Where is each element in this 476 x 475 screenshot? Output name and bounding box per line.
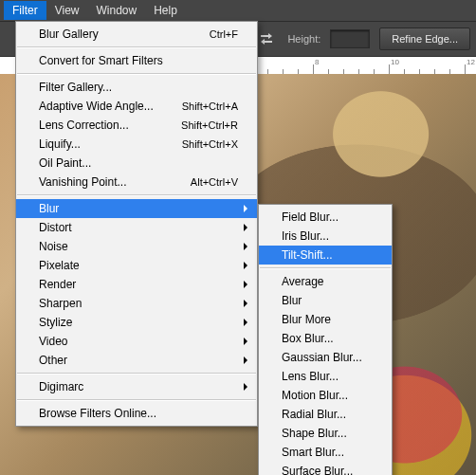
menu-item-label: Noise <box>39 240 68 253</box>
menu-item-shortcut: Shift+Ctrl+R <box>181 119 238 131</box>
menu-item-label: Smart Blur... <box>282 446 344 459</box>
menu-item-label: Adaptive Wide Angle... <box>39 100 154 113</box>
menu-item-label: Distort <box>39 221 72 234</box>
filter-menu-item[interactable]: Convert for Smart Filters <box>16 51 257 70</box>
menu-item-label: Stylize <box>39 316 72 329</box>
menu-item-label: Blur <box>39 202 59 215</box>
filter-menu: Blur GalleryCtrl+FConvert for Smart Filt… <box>15 21 258 427</box>
filter-menu-item[interactable]: Other <box>16 351 257 370</box>
blur-submenu-item[interactable]: Motion Blur... <box>259 386 392 405</box>
menu-item-label: Tilt-Shift... <box>282 248 333 262</box>
menu-item-label: Filter Gallery... <box>39 81 112 94</box>
menu-item-label: Blur <box>282 294 302 307</box>
menu-item-label: Iris Blur... <box>282 229 329 243</box>
blur-submenu-item[interactable]: Average <box>259 272 392 291</box>
filter-menu-item[interactable]: Video <box>16 332 257 351</box>
menu-item-label: Digimarc <box>39 380 83 393</box>
blur-submenu-item[interactable]: Lens Blur... <box>259 367 392 386</box>
menu-item-label: Average <box>282 275 323 288</box>
filter-menu-item[interactable]: Render <box>16 275 257 294</box>
menu-item-label: Motion Blur... <box>282 389 348 402</box>
menu-item-label: Shape Blur... <box>282 427 347 440</box>
filter-menu-item[interactable]: Blur <box>16 199 257 218</box>
menu-item-label: Lens Blur... <box>282 370 339 383</box>
filter-menu-item[interactable]: Sharpen <box>16 294 257 313</box>
menu-item-label: Lens Correction... <box>39 119 129 132</box>
filter-menu-item[interactable]: Liquify...Shift+Ctrl+X <box>16 135 257 154</box>
blur-submenu-item[interactable]: Iris Blur... <box>259 227 392 246</box>
menu-separator <box>17 73 256 75</box>
blur-submenu-item[interactable]: Blur <box>259 291 392 310</box>
menu-item-label: Surface Blur... <box>282 465 353 475</box>
menu-item-shortcut: Shift+Ctrl+X <box>182 138 238 150</box>
filter-menu-item[interactable]: Noise <box>16 237 257 256</box>
blur-submenu-item[interactable]: Box Blur... <box>259 329 392 348</box>
menu-item-label: Video <box>39 335 67 348</box>
menu-item-label: Oil Paint... <box>39 156 91 170</box>
filter-menu-item[interactable]: Browse Filters Online... <box>16 404 257 423</box>
menu-separator <box>17 46 256 48</box>
filter-menu-item[interactable]: Pixelate <box>16 256 257 275</box>
blur-submenu-item[interactable]: Field Blur... <box>259 208 392 227</box>
menu-item-label: Blur Gallery <box>39 27 99 41</box>
menu-item-label: Box Blur... <box>282 332 334 345</box>
menu-item-label: Sharpen <box>39 297 82 310</box>
menu-separator <box>260 267 391 269</box>
blur-submenu-item[interactable]: Smart Blur... <box>259 443 392 462</box>
menu-item-label: Vanishing Point... <box>39 175 127 189</box>
menu-item-label: Gaussian Blur... <box>282 351 362 364</box>
blur-submenu: Field Blur...Iris Blur...Tilt-Shift...Av… <box>258 204 393 475</box>
menu-filter[interactable]: Filter <box>4 1 46 20</box>
refine-edge-button[interactable]: Refine Edge... <box>379 27 470 50</box>
filter-menu-item[interactable]: Adaptive Wide Angle...Shift+Ctrl+A <box>16 97 257 116</box>
filter-menu-item[interactable]: Digimarc <box>16 377 257 396</box>
menu-separator <box>17 399 256 401</box>
filter-menu-item[interactable]: Vanishing Point...Alt+Ctrl+V <box>16 173 257 192</box>
menu-item-label: Pixelate <box>39 259 80 272</box>
filter-menu-item[interactable]: Lens Correction...Shift+Ctrl+R <box>16 116 257 135</box>
blur-submenu-item[interactable]: Shape Blur... <box>259 424 392 443</box>
menu-item-label: Radial Blur... <box>282 408 346 421</box>
filter-menu-item[interactable]: Oil Paint... <box>16 154 257 173</box>
menu-help[interactable]: Help <box>145 1 186 20</box>
blur-submenu-item[interactable]: Blur More <box>259 310 392 329</box>
menu-item-label: Other <box>39 354 67 367</box>
blur-submenu-item[interactable]: Gaussian Blur... <box>259 348 392 367</box>
blur-submenu-item[interactable]: Surface Blur... <box>259 462 392 475</box>
filter-menu-item[interactable]: Blur GalleryCtrl+F <box>16 25 257 44</box>
menu-separator <box>17 194 256 196</box>
menu-item-shortcut: Shift+Ctrl+A <box>182 100 238 112</box>
menu-separator <box>17 373 256 375</box>
filter-menu-item[interactable]: Filter Gallery... <box>16 78 257 97</box>
height-input[interactable] <box>330 29 370 48</box>
blur-submenu-item[interactable]: Tilt-Shift... <box>259 246 392 265</box>
height-label: Height: <box>287 33 320 45</box>
menu-item-label: Convert for Smart Filters <box>39 54 163 67</box>
menu-item-label: Render <box>39 278 76 291</box>
menu-item-label: Liquify... <box>39 137 81 151</box>
menu-item-shortcut: Ctrl+F <box>210 28 238 40</box>
menu-window[interactable]: Window <box>87 1 145 20</box>
menubar: FilterViewWindowHelp <box>0 0 476 22</box>
swap-orientation-icon[interactable] <box>255 27 278 50</box>
menu-view[interactable]: View <box>46 1 88 20</box>
menu-item-label: Field Blur... <box>282 210 339 224</box>
menu-item-shortcut: Alt+Ctrl+V <box>191 176 238 188</box>
blur-submenu-item[interactable]: Radial Blur... <box>259 405 392 424</box>
filter-menu-item[interactable]: Stylize <box>16 313 257 332</box>
menu-item-label: Browse Filters Online... <box>39 407 156 420</box>
menu-item-label: Blur More <box>282 313 331 326</box>
filter-menu-item[interactable]: Distort <box>16 218 257 237</box>
